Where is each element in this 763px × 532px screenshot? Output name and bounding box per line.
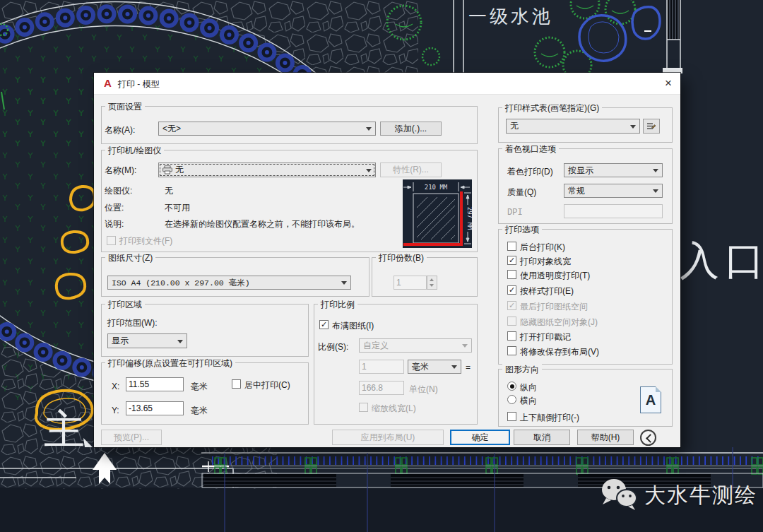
plot-scale-legend: 打印比例 — [318, 299, 357, 311]
chevron-down-icon — [177, 340, 183, 343]
wechat-icon — [599, 478, 640, 513]
plot-style-dropdown[interactable]: 无 — [506, 119, 640, 134]
shade-plot-value: 按显示 — [568, 165, 593, 177]
description-value: 在选择新的绘图仪配置名称之前，不能打印该布局。 — [165, 219, 360, 229]
plot-style-legend: 打印样式表(画笔指定)(G) — [502, 102, 602, 114]
plot-lineweights-checkbox[interactable]: ✓ — [507, 256, 516, 265]
ok-button[interactable]: 确定 — [450, 430, 510, 445]
dialog-title: 打印 - 模型 — [118, 78, 160, 90]
orientation-legend: 图形方向 — [502, 364, 542, 376]
plot-offset-legend: 打印偏移(原点设置在可打印区域) — [105, 357, 235, 370]
chevron-down-icon — [653, 169, 658, 172]
hide-paperspace-objects-checkbox[interactable] — [507, 317, 516, 326]
page-setup-name-dropdown[interactable]: <无> — [158, 122, 376, 136]
close-icon[interactable]: × — [658, 73, 679, 93]
offset-y-input[interactable] — [126, 401, 184, 415]
scale-units-label: 单位(N) — [409, 384, 438, 394]
orientation-paper-icon: A — [640, 386, 661, 413]
plot-options-legend: 打印选项 — [502, 224, 542, 236]
plot-dialog: A 打印 - 模型 × 页面设置 名称(A): <无> 添加(.)... 打印机… — [94, 73, 680, 447]
copies-spinner[interactable] — [427, 276, 437, 290]
scale-lineweights-checkbox[interactable] — [359, 403, 368, 412]
watermark-text: 大水牛测绘 — [644, 481, 757, 510]
location-value: 不可用 — [165, 203, 190, 213]
plot-range-value: 显示 — [112, 335, 129, 347]
portrait-radio[interactable] — [507, 382, 516, 391]
scale-unit-dropdown[interactable]: 毫米 — [408, 360, 461, 374]
chevron-down-icon — [462, 344, 468, 348]
chevron-down-icon — [366, 127, 372, 131]
spinner-down-icon[interactable] — [430, 284, 434, 287]
hide-paperspace-objects-label: 隐藏图纸空间对象(J) — [520, 317, 598, 327]
landscape-radio[interactable] — [507, 395, 516, 404]
scale-label: 比例(S): — [318, 342, 348, 352]
plot-paperspace-last-checkbox[interactable]: ✓ — [507, 301, 516, 310]
center-plot-checkbox[interactable] — [232, 379, 241, 389]
shade-plot-dropdown[interactable]: 按显示 — [564, 163, 663, 177]
fit-to-paper-label: 布满图纸(I) — [332, 321, 374, 331]
shade-plot-label: 着色打印(D) — [507, 167, 553, 177]
shaded-viewport-legend: 着色视口选项 — [502, 143, 559, 155]
paper-preview: 210 MM 297 MM — [403, 179, 472, 248]
dpi-input[interactable] — [564, 204, 663, 218]
plot-to-file-label: 打印到文件(F) — [119, 236, 172, 246]
autocad-logo-icon: A — [102, 77, 114, 89]
fit-to-paper-checkbox[interactable]: ✓ — [319, 320, 329, 329]
plotter-value: 无 — [165, 186, 173, 196]
chevron-left-icon — [646, 434, 655, 443]
fewer-options-button[interactable] — [640, 430, 656, 446]
scale-numerator-input[interactable] — [359, 360, 404, 374]
edit-plot-style-button[interactable] — [643, 119, 660, 134]
copies-input[interactable] — [394, 276, 427, 290]
offset-y-label: Y: — [112, 406, 119, 415]
scale-denominator-input[interactable] — [359, 381, 404, 395]
scale-dropdown[interactable]: 自定义 — [359, 338, 472, 353]
background-plot-label: 后台打印(K) — [520, 242, 565, 252]
properties-button[interactable]: 特性(R)... — [380, 162, 442, 177]
plot-area-group — [101, 304, 309, 357]
apply-to-layout-button[interactable]: 应用到布局(U) — [332, 430, 444, 445]
location-label: 位置: — [105, 203, 124, 213]
plot-to-file-checkbox[interactable] — [107, 236, 116, 245]
quality-label: 质量(Q) — [507, 187, 536, 197]
quality-dropdown[interactable]: 常规 — [564, 184, 663, 198]
cancel-button[interactable]: 取消 — [514, 430, 570, 445]
printer-name-dropdown[interactable]: 无 — [158, 162, 376, 177]
chevron-down-icon — [451, 365, 457, 369]
scale-unit-value: 毫米 — [412, 361, 429, 373]
edit-plot-style-icon — [646, 122, 656, 131]
plot-range-label: 打印范围(W): — [107, 318, 158, 328]
save-changes-to-layout-label: 将修改保存到布局(V) — [520, 347, 599, 357]
background-plot-checkbox[interactable] — [507, 242, 516, 251]
preview-button[interactable]: 预览(P)... — [101, 430, 162, 445]
offset-x-label: X: — [112, 382, 119, 391]
printer-name-label: 名称(M): — [105, 165, 136, 175]
dialog-titlebar[interactable]: A 打印 - 模型 × — [94, 73, 680, 95]
paper-height-dim: 297 MM — [466, 207, 472, 230]
scale-value: 自定义 — [363, 340, 389, 352]
orientation-paper-letter: A — [646, 392, 656, 408]
plot-area-legend: 打印区域 — [105, 299, 145, 311]
spinner-up-icon[interactable] — [430, 278, 434, 281]
paper-width-dim: 210 MM — [425, 184, 448, 191]
add-page-setup-button[interactable]: 添加(.)... — [380, 122, 442, 136]
pool-label: 一级水池 — [468, 6, 553, 27]
help-button[interactable]: 帮助(H) — [577, 430, 634, 445]
offset-x-input[interactable] — [126, 377, 184, 391]
chevron-down-icon — [341, 281, 347, 285]
page-setup-name-label: 名称(A): — [105, 125, 135, 135]
paper-size-legend: 图纸尺寸(Z) — [105, 252, 155, 264]
printer-legend: 打印机/绘图仪 — [105, 145, 164, 157]
description-label: 说明: — [105, 219, 124, 229]
plot-transparency-checkbox[interactable] — [507, 270, 516, 279]
plot-stamp-checkbox[interactable] — [507, 331, 516, 341]
upside-down-checkbox[interactable] — [507, 412, 516, 421]
page-setup-legend: 页面设置 — [105, 101, 145, 113]
plot-range-dropdown[interactable]: 显示 — [107, 333, 187, 348]
portrait-label: 纵向 — [520, 382, 537, 392]
scale-equals: = — [466, 362, 471, 372]
save-changes-to-layout-checkbox[interactable] — [507, 346, 516, 355]
plot-with-styles-checkbox[interactable]: ✓ — [507, 285, 516, 295]
paper-size-dropdown[interactable]: ISO A4 (210.00 x 297.00 毫米) — [107, 276, 351, 290]
chevron-down-icon — [653, 189, 658, 193]
